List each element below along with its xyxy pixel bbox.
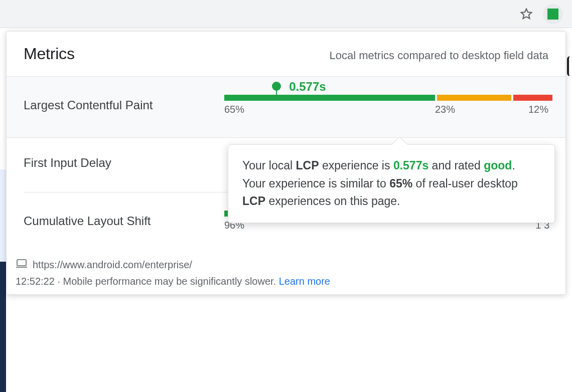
tooltip-metric-2: LCP: [242, 194, 265, 208]
meta-line: 12:52:22 · Mobile performance may be sig…: [16, 276, 548, 287]
metric-name: Largest Contentful Paint: [24, 98, 224, 112]
svg-rect-0: [17, 260, 26, 266]
tooltip-text-5: of real-user desktop: [412, 177, 518, 190]
panel-subtitle: Local metrics compared to desktop field …: [329, 49, 548, 62]
segment-label: 65%: [224, 104, 435, 115]
panel-footer: https://www.android.com/enterprise/ 12:5…: [7, 253, 565, 287]
panel-title: Metrics: [24, 45, 75, 63]
metric-marker: [276, 86, 277, 101]
page-background-glyph: [567, 56, 572, 76]
tooltip-text-6: experiences on this page.: [265, 194, 400, 208]
laptop-icon: [16, 259, 28, 271]
metric-name: Cumulative Layout Shift: [24, 214, 224, 228]
tooltip-text-3: and rated: [428, 159, 484, 172]
url-line: https://www.android.com/enterprise/: [16, 259, 548, 271]
distribution-labels: 65%23%12%: [224, 104, 548, 115]
distribution-bar: [224, 95, 548, 101]
tooltip-value: 0.577s: [393, 159, 428, 172]
segment-label: 23%: [435, 104, 510, 115]
panel-header: Metrics Local metrics compared to deskto…: [7, 32, 565, 76]
page-background-stripe: [0, 169, 6, 262]
metric-value: 0.577s: [289, 80, 326, 94]
page-url: https://www.android.com/enterprise/: [33, 259, 192, 271]
mobile-note: Mobile performance may be significantly …: [63, 276, 279, 287]
tooltip-text-2: experience is: [319, 159, 393, 172]
metric-tooltip: Your local LCP experience is 0.577s and …: [228, 144, 555, 223]
tooltip-percent: 65%: [389, 177, 412, 190]
timestamp: 12:52:22: [16, 276, 55, 287]
page-background-dark: [0, 262, 6, 392]
tooltip-rating: good: [484, 159, 512, 172]
metric-bar: 0.577s65%23%12%: [224, 95, 548, 115]
bookmark-star-icon[interactable]: [520, 8, 533, 21]
segment-label: 12%: [528, 104, 548, 115]
segment-orange: [437, 95, 512, 101]
tooltip-text-1: Your local: [242, 159, 296, 172]
extension-color-icon: [547, 9, 558, 20]
segment-red: [513, 95, 552, 101]
tooltip-metric: LCP: [296, 159, 319, 172]
separator: ·: [55, 276, 63, 287]
profile-avatar[interactable]: [543, 4, 563, 24]
metric-name: First Input Delay: [24, 156, 224, 170]
metric-row-lcp[interactable]: Largest Contentful Paint0.577s65%23%12%: [7, 76, 565, 138]
segment-green: [224, 95, 435, 101]
learn-more-link[interactable]: Learn more: [279, 276, 330, 287]
browser-chrome: [0, 0, 572, 28]
